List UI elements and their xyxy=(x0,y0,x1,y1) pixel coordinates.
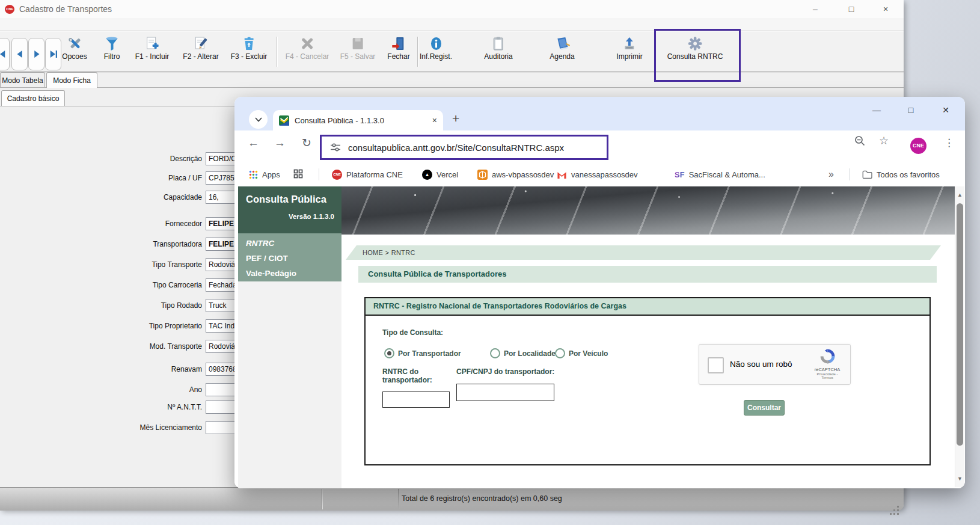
field-label: Capacidade xyxy=(82,193,206,201)
field-label: Placa / UF xyxy=(82,174,206,182)
field-label: Nº A.N.T.T. xyxy=(82,403,206,411)
back-icon[interactable]: ← xyxy=(248,137,259,150)
imprimir-button[interactable]: Imprimir xyxy=(616,34,642,61)
recaptcha-label: Não sou um robô xyxy=(730,360,792,369)
cancelar-button-disabled: F4 - Cancelar xyxy=(286,34,329,61)
radio-label[interactable]: Por Veículo xyxy=(569,349,608,358)
inf-regist-button[interactable]: Inf.Regist. xyxy=(420,34,452,61)
breadcrumb[interactable]: HOME > RNTRC xyxy=(346,245,941,260)
bookmark-star-icon[interactable]: ☆ xyxy=(879,134,889,147)
info-icon xyxy=(420,35,452,52)
statusbar-divider xyxy=(322,489,323,509)
browser-menu-icon[interactable]: ⋮ xyxy=(944,137,954,149)
bookmarks-bar: Apps CNE Plataforma CNE ▲ Vercel aws-vbp… xyxy=(234,164,965,186)
tab-search-chevron-button[interactable] xyxy=(249,110,268,129)
sidebar-item-rntrc[interactable]: RNTRC xyxy=(238,236,341,251)
resize-grip[interactable] xyxy=(897,506,899,508)
field-label: Transportadora xyxy=(82,240,206,248)
browser-close-button[interactable]: ✕ xyxy=(934,102,958,118)
aws-icon xyxy=(477,170,488,180)
apps-grid-icon xyxy=(249,170,258,179)
browser-minimize-button[interactable]: — xyxy=(865,102,889,118)
app-logo-cne: CNE xyxy=(5,5,14,14)
bookmark-all-favorites[interactable]: Todos os favoritos xyxy=(862,164,940,185)
cpf-cnpj-input[interactable] xyxy=(456,384,554,401)
browser-window: Consulta Pública - 1.1.3.0 × + — □ ✕ ← →… xyxy=(234,97,965,488)
alterar-button[interactable]: F2 - Alterar xyxy=(183,34,218,61)
bookmark-grid-shortcut[interactable] xyxy=(293,164,303,185)
scroll-up-icon[interactable]: ▲ xyxy=(955,190,964,200)
reload-icon[interactable]: ↻ xyxy=(302,136,311,150)
app-close-button[interactable]: × xyxy=(873,2,898,17)
page-content: Consulta Pública Versão 1.1.3.0 RNTRC PE… xyxy=(234,185,965,488)
agenda-button[interactable]: Agenda xyxy=(550,34,574,61)
browser-tabstrip[interactable]: Consulta Pública - 1.1.3.0 × + — □ ✕ xyxy=(234,97,965,130)
toolbar-separator xyxy=(417,37,418,67)
next-record-icon xyxy=(31,49,42,60)
tab-modo-ficha[interactable]: Modo Ficha xyxy=(46,72,97,88)
salvar-button-disabled: F5 - Salvar xyxy=(340,34,376,61)
sidebar-item-vale-pedagio[interactable]: Vale-Pedágio xyxy=(238,266,341,281)
clipboard-icon xyxy=(484,35,512,52)
opcoes-button[interactable]: Opcoes xyxy=(62,34,87,61)
radio-label[interactable]: Por Transportador xyxy=(398,349,461,358)
page-scrollbar[interactable]: ▲ ▼ xyxy=(955,186,964,487)
sidebar-item-pef-ciot[interactable]: PEF / CIOT xyxy=(238,251,341,266)
consulta-rntrc-highlight-box xyxy=(654,29,741,82)
radio-por-transportador[interactable] xyxy=(384,348,394,358)
incluir-button[interactable]: F1 - Incluir xyxy=(135,34,170,61)
radio-por-localidade[interactable] xyxy=(490,348,500,358)
tab-cadastro-basico[interactable]: Cadastro básico xyxy=(1,90,65,106)
app-menustrip xyxy=(0,19,904,31)
consultar-button[interactable]: Consultar xyxy=(744,400,785,416)
filtro-button[interactable]: Filtro xyxy=(104,34,120,61)
browser-tab[interactable]: Consulta Pública - 1.1.3.0 × xyxy=(273,110,443,130)
auditoria-button[interactable]: Auditoria xyxy=(484,34,512,61)
tab-close-icon[interactable]: × xyxy=(432,115,437,125)
address-bar[interactable]: consultapublica.antt.gov.br/Site/Consult… xyxy=(320,135,608,160)
zoom-out-icon[interactable] xyxy=(854,135,866,150)
scroll-down-icon[interactable]: ▼ xyxy=(955,474,964,484)
site-settings-icon[interactable] xyxy=(330,142,341,153)
app-window-title: Cadastro de Transportes xyxy=(19,4,112,14)
app-statusbar: Total de 6 registro(s) encontrado(s) em … xyxy=(0,487,904,511)
recaptcha-checkbox[interactable] xyxy=(708,357,724,373)
rntrc-transportador-label: RNTRC do transportador: xyxy=(382,367,453,384)
bookmark-aws[interactable]: aws-vbpassosdev xyxy=(477,164,554,185)
toolbar-separator xyxy=(277,37,278,67)
document-edit-icon xyxy=(183,35,218,52)
field-label: Renavam xyxy=(82,365,206,373)
profile-avatar[interactable]: CNE xyxy=(910,138,926,154)
nav-last-button[interactable] xyxy=(45,38,61,70)
bookmarks-overflow-chevron[interactable]: » xyxy=(828,164,834,185)
forward-icon[interactable]: → xyxy=(274,137,286,150)
bookmark-sacfiscal[interactable]: SF SacFiscal & Automa... xyxy=(675,164,765,185)
tab-modo-tabela[interactable]: Modo Tabela xyxy=(0,72,45,88)
rntrc-input[interactable] xyxy=(382,391,450,408)
page-title: Consulta Pública de Transportadores xyxy=(358,266,937,283)
nav-prev-button[interactable] xyxy=(11,38,28,70)
url-text[interactable]: consultapublica.antt.gov.br/Site/Consult… xyxy=(348,143,564,153)
new-tab-button[interactable]: + xyxy=(452,111,459,126)
nav-first-button[interactable] xyxy=(0,38,10,70)
bookmark-apps[interactable]: Apps xyxy=(249,164,280,185)
recaptcha-links[interactable]: Privacidade - Termos xyxy=(810,372,844,379)
statusbar-divider xyxy=(398,489,399,509)
nav-next-button[interactable] xyxy=(28,38,44,70)
radio-por-veiculo[interactable] xyxy=(555,348,565,358)
app-titlebar[interactable]: CNE Cadastro de Transportes – □ × xyxy=(0,0,904,19)
browser-maximize-button[interactable]: □ xyxy=(899,102,923,118)
bookmarks-separator xyxy=(319,168,319,180)
bookmark-gmail[interactable]: vanessapassosdev xyxy=(557,164,638,185)
app-maximize-button[interactable]: □ xyxy=(839,2,864,17)
radio-label[interactable]: Por Localidade xyxy=(504,349,556,358)
bookmark-vercel[interactable]: ▲ Vercel xyxy=(422,164,458,185)
excluir-button[interactable]: F3 - Excluir xyxy=(231,34,268,61)
vercel-icon: ▲ xyxy=(422,170,432,180)
scrollbar-thumb[interactable] xyxy=(957,203,963,446)
document-add-icon xyxy=(135,35,170,52)
bookmark-plataforma-cne[interactable]: CNE Plataforma CNE xyxy=(332,164,403,185)
fechar-button[interactable]: Fechar xyxy=(387,34,409,61)
folder-icon xyxy=(862,170,872,179)
app-minimize-button[interactable]: – xyxy=(803,2,828,17)
